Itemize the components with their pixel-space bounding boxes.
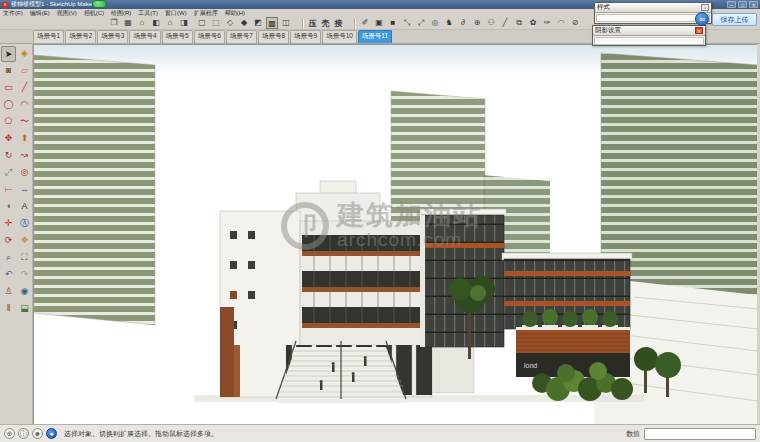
circle-tool-icon[interactable]: ◯ <box>1 97 16 113</box>
scene-tab-6[interactable]: 场景号6 <box>194 30 225 43</box>
scene-tab-10[interactable]: 场景号10 <box>322 30 357 43</box>
plugin-text-button-1[interactable]: 压 <box>307 18 318 29</box>
scene-tab-11[interactable]: 场景号11 <box>358 30 392 43</box>
shadow-close-button[interactable]: ✕ <box>695 27 703 34</box>
scale-tool-icon[interactable]: ⤢ <box>1 165 16 181</box>
3d-text-tool-icon[interactable]: Ⓐ <box>17 216 32 232</box>
green-status-overlay-icon <box>92 0 107 8</box>
zoom-extents-tool-icon[interactable]: ⛶ <box>17 250 32 266</box>
eraser-tool-icon[interactable]: ▱ <box>17 63 32 79</box>
next-view-tool-icon[interactable]: ↷ <box>17 267 32 283</box>
plugin-knight-icon[interactable]: ♞ <box>443 17 455 29</box>
back-view-icon[interactable]: ⌂ <box>164 17 176 29</box>
top-view-icon[interactable]: ▦ <box>122 17 134 29</box>
status-hint: 选择对象。切换到扩展选择。拖动鼠标选择多项。 <box>64 429 626 439</box>
iso-view-icon[interactable]: ❐ <box>108 17 120 29</box>
select-tool-icon[interactable]: ➤ <box>1 46 16 62</box>
left-view-icon[interactable]: ◨ <box>178 17 190 29</box>
section-plane-tool-icon[interactable]: ⬓ <box>17 301 32 317</box>
monochrome-style-icon[interactable]: ◫ <box>280 17 292 29</box>
scene-tab-1[interactable]: 场景号1 <box>33 30 64 43</box>
freehand-tool-icon[interactable]: 〜 <box>17 114 32 130</box>
measurements-input[interactable] <box>644 428 756 440</box>
stats-icon[interactable]: ● <box>46 428 57 439</box>
text-tool-icon[interactable]: A <box>17 199 32 215</box>
protractor-tool-icon[interactable]: ◖ <box>1 199 16 215</box>
close-button[interactable]: ✕ <box>749 1 758 8</box>
shaded-style-icon[interactable]: ◩ <box>252 17 264 29</box>
scene-tab-5[interactable]: 场景号5 <box>162 30 193 43</box>
scene-tab-2[interactable]: 场景号2 <box>65 30 96 43</box>
rotate-tool-icon[interactable]: ↻ <box>1 148 16 164</box>
line-tool-icon[interactable]: ╱ <box>17 80 32 96</box>
plugin-fill-icon[interactable]: ■ <box>387 17 399 29</box>
tape-measure-tool-icon[interactable]: ⟝ <box>1 182 16 198</box>
plugin-curve-icon[interactable]: ∂ <box>457 17 469 29</box>
offset-tool-icon[interactable]: ◎ <box>17 165 32 181</box>
plugin-grid-icon[interactable]: ⧉ <box>513 17 525 29</box>
plugin-flower-icon[interactable]: ✿ <box>527 17 539 29</box>
scene-tab-7[interactable]: 场景号7 <box>226 30 257 43</box>
wireframe-style-icon[interactable]: ◇ <box>224 17 236 29</box>
geolocation-icon[interactable]: ⊕ <box>4 428 15 439</box>
credits-icon[interactable]: ⓘ <box>18 428 29 439</box>
move-tool-icon[interactable]: ✥ <box>1 131 16 147</box>
user-icon[interactable]: ☻ <box>32 428 43 439</box>
make-component-tool-icon[interactable]: ◈ <box>17 46 32 62</box>
pan-tool-icon[interactable]: ❖ <box>17 233 32 249</box>
plugin-scale-y-icon[interactable]: ⤢ <box>415 17 427 29</box>
walk-tool-icon[interactable]: ‖ <box>1 301 16 317</box>
styles-collapse-button[interactable]: ▫ <box>701 4 709 11</box>
paint-bucket-tool-icon[interactable]: ◙ <box>1 63 16 79</box>
position-camera-tool-icon[interactable]: ♙ <box>1 284 16 300</box>
plugin-target-icon[interactable]: ◎ <box>429 17 441 29</box>
plugin-pencil-icon[interactable]: ✐ <box>359 17 371 29</box>
polygon-tool-icon[interactable]: ⬠ <box>1 114 16 130</box>
hidden-line-style-icon[interactable]: ◆ <box>238 17 250 29</box>
plugin-node-icon[interactable]: ⚇ <box>485 17 497 29</box>
minimize-button[interactable]: ─ <box>727 1 736 8</box>
tower-left <box>34 55 155 325</box>
styles-panel-titlebar[interactable]: 样式 ▫ <box>595 3 711 13</box>
styles-panel-body <box>596 14 710 22</box>
plugin-scale-x-icon[interactable]: ⤡ <box>401 17 413 29</box>
push-pull-tool-icon[interactable]: ⬆ <box>17 131 32 147</box>
scene-tab-8[interactable]: 场景号8 <box>258 30 289 43</box>
xray-style-icon[interactable]: ▢ <box>196 17 208 29</box>
sketchup-logo-icon: S <box>2 2 8 8</box>
scene-tab-3[interactable]: 场景号3 <box>97 30 128 43</box>
model-viewport[interactable]: lond <box>33 44 757 424</box>
plugin-slash-icon[interactable]: ⊘ <box>569 17 581 29</box>
scene-tab-4[interactable]: 场景号4 <box>129 30 160 43</box>
previous-view-tool-icon[interactable]: ↶ <box>1 267 16 283</box>
rectangle-tool-icon[interactable]: ▭ <box>1 80 16 96</box>
right-view-icon[interactable]: ◧ <box>150 17 162 29</box>
plugin-line-icon[interactable]: ╱ <box>499 17 511 29</box>
status-bar: ⊕ ⓘ ☻ ● 选择对象。切换到扩展选择。拖动鼠标选择多项。 数值 <box>0 424 760 442</box>
plugin-pen-icon[interactable]: ✑ <box>541 17 553 29</box>
styles-panel-title: 样式 <box>597 3 701 12</box>
orbit-tool-icon[interactable]: ⟳ <box>1 233 16 249</box>
back-edges-style-icon[interactable]: ⬚ <box>210 17 222 29</box>
shadow-panel-titlebar[interactable]: 阴影设置 ✕ <box>593 26 705 36</box>
arc-tool-icon[interactable]: ◠ <box>17 97 32 113</box>
plugin-arc-icon[interactable]: ◠ <box>555 17 567 29</box>
upload-button[interactable]: 保存上传 <box>712 13 757 26</box>
plugin-text-button-3[interactable]: 接 <box>333 18 344 29</box>
axes-tool-icon[interactable]: ✛ <box>1 216 16 232</box>
plugin-text-button-2[interactable]: 壳 <box>320 18 331 29</box>
follow-me-tool-icon[interactable]: ↝ <box>17 148 32 164</box>
scene-tab-9[interactable]: 场景号9 <box>290 30 321 43</box>
front-view-icon[interactable]: ⌂ <box>136 17 148 29</box>
shaded-textures-style-icon[interactable]: ▩ <box>266 17 278 29</box>
plugin-panel-icon[interactable]: ▣ <box>373 17 385 29</box>
plugin-gear-icon[interactable]: ⊕ <box>471 17 483 29</box>
signage-text: lond <box>524 362 537 369</box>
dimension-tool-icon[interactable]: ↔ <box>17 182 32 198</box>
shadow-settings-panel: 阴影设置 ✕ <box>592 25 706 46</box>
shadow-panel-body <box>594 37 704 45</box>
zoom-tool-icon[interactable]: ⌕ <box>1 250 16 266</box>
plugin-logo-icon[interactable]: ∞ <box>695 12 709 26</box>
look-around-tool-icon[interactable]: ◉ <box>17 284 32 300</box>
maximize-button[interactable]: □ <box>738 1 747 8</box>
